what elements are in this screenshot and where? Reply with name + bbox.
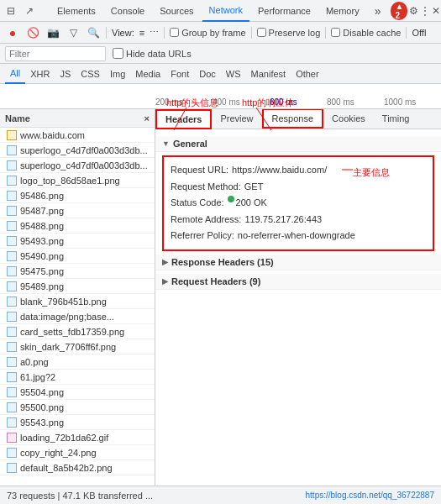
tab-timing[interactable]: Timing [374,109,418,129]
list-item[interactable]: logo_top_86d58ae1.png [0,173,155,188]
type-css[interactable]: CSS [76,64,105,84]
view-list-icon[interactable]: ≡ [139,28,144,38]
group-by-frame-label[interactable]: Group by frame [170,28,245,38]
list-item[interactable]: 95490.png [0,249,155,264]
type-doc[interactable]: Doc [194,64,221,84]
response-headers-header[interactable]: ▶ Response Headers (15) [155,255,441,270]
tab-memory[interactable]: Memory [319,0,366,22]
list-item[interactable]: skin_dark_7706ff6f.png [0,339,155,354]
record-stop-icon[interactable]: ● [5,25,20,40]
file-list: Name × www.baidu.com superlogo_c4d7df0a0… [0,109,155,486]
cursor-icon[interactable]: ↗ [22,3,37,18]
close-right-panel-icon[interactable]: × [144,113,150,123]
request-headers-title: Request Headers (9) [171,276,260,286]
tl-600ms: 600 ms [270,97,327,107]
type-other[interactable]: Other [291,64,324,84]
sep4 [251,27,252,39]
general-section-header[interactable]: ▼ General [155,136,441,152]
close-devtools-icon[interactable]: ✕ [432,3,440,18]
list-item[interactable]: www.baidu.com [0,128,155,143]
tl-400ms: 400 ms [213,97,270,107]
list-item[interactable]: 95475.png [0,264,155,279]
disable-cache-checkbox[interactable] [331,28,340,37]
tab-response[interactable]: Response [262,109,324,129]
file-name: 95475.png [20,266,151,276]
hide-data-urls-label[interactable]: Hide data URLs [113,48,192,59]
tab-console[interactable]: Console [104,0,151,22]
timeline-labels: 200 ms 400 ms 600 ms 800 ms 1000 ms 1200… [155,96,441,108]
request-method-row: Request Method: GET [171,179,426,196]
list-item[interactable]: 95500.png [0,400,155,415]
list-item[interactable]: 95488.png [0,218,155,234]
list-item[interactable]: copy_right_24.png [0,445,155,460]
disable-cache-label[interactable]: Disable cache [331,28,401,38]
request-headers-header[interactable]: ▶ Request Headers (9) [155,274,441,290]
preserve-log-label[interactable]: Preserve log [257,28,321,38]
hide-data-urls-checkbox[interactable] [113,48,123,59]
status-bar: 73 requests | 47.1 KB transferred ... ht… [0,486,441,504]
type-xhr[interactable]: XHR [25,64,55,84]
dock-icon[interactable]: ⊟ [3,3,18,18]
tab-cookies[interactable]: Cookies [323,109,374,129]
list-item[interactable]: blank_796b451b.png [0,294,155,309]
settings-icon[interactable]: ⚙ [409,3,418,18]
file-name: www.baidu.com [20,130,151,140]
list-item[interactable]: 61.jpg?2 [0,370,155,385]
list-item[interactable]: card_setts_fdb17359.png [0,324,155,339]
tab-elements[interactable]: Elements [50,0,102,22]
list-item[interactable]: 95487.png [0,203,155,218]
list-item[interactable]: superlogo_c4d7df0a003d3db... [0,143,155,158]
list-item[interactable]: 95504.png [0,385,155,400]
type-manifest[interactable]: Manifest [246,64,291,84]
preserve-log-checkbox[interactable] [257,28,266,37]
file-name: 95487.png [20,206,151,216]
tab-network[interactable]: Network [202,0,249,22]
clear-icon[interactable]: 🚫 [25,25,40,40]
list-item[interactable]: superlogo_c4d7df0a003d3db... [0,158,155,173]
list-item[interactable]: 95489.png [0,279,155,294]
list-item[interactable]: loading_72b1da62.gif [0,430,155,445]
list-item[interactable]: data:image/png;base... [0,309,155,324]
file-type-icon [7,417,17,428]
type-js[interactable]: JS [55,64,76,84]
tab-performance[interactable]: Performance [251,0,318,22]
file-name: 95488.png [20,221,151,231]
camera-icon[interactable]: 📷 [45,25,60,40]
file-type-icon [7,236,17,246]
more-options-icon[interactable]: ⋮ [420,3,430,18]
file-type-icon [7,176,17,186]
filter-icon[interactable]: ▽ [66,25,81,40]
tab-preview[interactable]: Preview [212,109,261,129]
file-type-icon [7,463,17,473]
tab-sources[interactable]: Sources [153,0,200,22]
general-section: ▼ General Request URL: https://www.baidu… [155,136,441,251]
file-type-icon [7,387,17,397]
sep2 [106,27,107,39]
filter-input[interactable] [5,46,106,61]
type-font[interactable]: Font [165,64,194,84]
view-grid-icon[interactable]: ⋯ [150,27,159,38]
tab-headers[interactable]: Headers [155,109,212,129]
file-name: 95490.png [20,251,151,261]
tl-800ms: 800 ms [327,97,384,107]
list-item[interactable]: 95493.png [0,234,155,249]
search-icon[interactable]: 🔍 [86,25,101,40]
file-type-icon [7,191,17,201]
list-item[interactable]: 95543.png [0,415,155,430]
list-item[interactable]: 95486.png [0,188,155,203]
list-item[interactable]: a0.png [0,354,155,370]
group-by-frame-checkbox[interactable] [170,28,179,37]
file-name: skin_dark_7706ff6f.png [20,342,151,352]
view-label: View: [112,28,134,38]
type-media[interactable]: Media [130,64,165,84]
timeline: 200 ms 400 ms 600 ms 800 ms 1000 ms 1200… [0,84,441,109]
file-type-icon [7,221,17,231]
type-img[interactable]: Img [105,64,130,84]
list-item[interactable]: default_8a5b42b2.png [0,460,155,475]
status-code-value: 200 OK [236,196,267,211]
tab-more[interactable]: » [368,0,388,22]
type-all[interactable]: All [5,64,25,84]
request-method-value: GET [244,180,264,195]
referrer-policy-value: no-referrer-when-downgrade [238,228,355,244]
type-ws[interactable]: WS [221,64,246,84]
